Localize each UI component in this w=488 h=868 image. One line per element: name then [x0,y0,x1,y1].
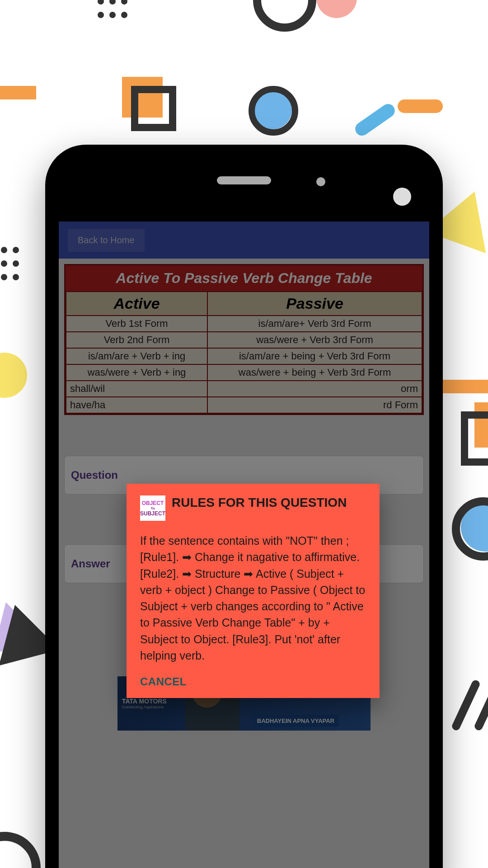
table-row: was/were + Verb + ingwas/were + being + … [66,364,422,381]
table-row: Verb 1st Formis/am/are+ Verb 3rd Form [66,316,422,332]
bg-arrow [0,86,36,99]
cell-passive: orm [207,381,422,397]
cell-passive: rd Form [207,397,422,413]
table-row: Verb 2nd Formwas/were + Verb 3rd Form [66,332,422,348]
phone-notch [45,145,443,222]
rules-dialog: OBJECT To SUBJECT RULES FOR THIS QUESTIO… [127,484,380,698]
table-row: is/am/are + Verb + ingis/am/are + being … [66,348,422,364]
cell-active: shall/wil [66,381,207,397]
ad-subtitle: Connecting Aspirations [122,705,167,709]
dialog-title: RULES FOR THIS QUESTION [172,495,347,521]
cell-active: was/were + Verb + ing [66,364,207,381]
cell-passive: was/were + Verb 3rd Form [207,332,422,348]
bg-orange-bar [398,99,443,113]
col-header-passive: Passive [207,292,422,316]
bg-ring-3 [452,497,488,561]
dialog-body: If the sentence contains with "NOT" then… [140,533,366,664]
cell-passive: was/were + being + Verb 3rd Form [207,364,422,381]
phone-screen: Back to Home Active To Passive Verb Chan… [59,222,429,868]
col-header-active: Active [66,292,207,316]
ad-brand: TATA MOTORS [122,698,167,705]
cell-passive: is/am/are + being + Verb 3rd Form [207,348,422,364]
verb-change-table: Active Passive Verb 1st Formis/am/are+ V… [66,291,422,414]
dialog-app-icon: OBJECT To SUBJECT [140,495,165,521]
back-to-home-link[interactable]: Back to Home [68,229,145,252]
cell-active: Verb 1st Form [66,316,207,332]
bg-square-2 [461,411,488,466]
cell-active: Verb 2nd Form [66,332,207,348]
ad-cta: BADHAYEIN APNA VYAPAR [253,715,339,727]
table-row: have/hard Form [66,397,422,413]
cancel-button[interactable]: CANCEL [140,675,366,688]
bg-ring [253,0,316,32]
question-label: Question [71,469,417,481]
bg-dots-2 [0,244,22,285]
bg-dots [95,0,130,23]
phone-frame: Back to Home Active To Passive Verb Chan… [45,145,443,868]
cell-passive: is/am/are+ Verb 3rd Form [207,316,422,332]
verb-change-table-card: Active To Passive Verb Change Table Acti… [64,264,424,415]
app-bar: Back to Home [59,222,429,259]
bg-pink-circle [316,0,357,18]
table-row: shall/wilorm [66,381,422,397]
cell-active: have/ha [66,397,207,413]
bg-yellow-circle [0,353,27,398]
cell-active: is/am/are + Verb + ing [66,348,207,364]
bg-blue-bar [352,101,397,138]
bg-ring-4 [0,832,41,868]
bg-ring-2 [249,86,298,136]
bg-square [131,86,176,131]
bg-orange-bar-2 [443,380,488,393]
verb-table-title: Active To Passive Verb Change Table [66,265,422,291]
